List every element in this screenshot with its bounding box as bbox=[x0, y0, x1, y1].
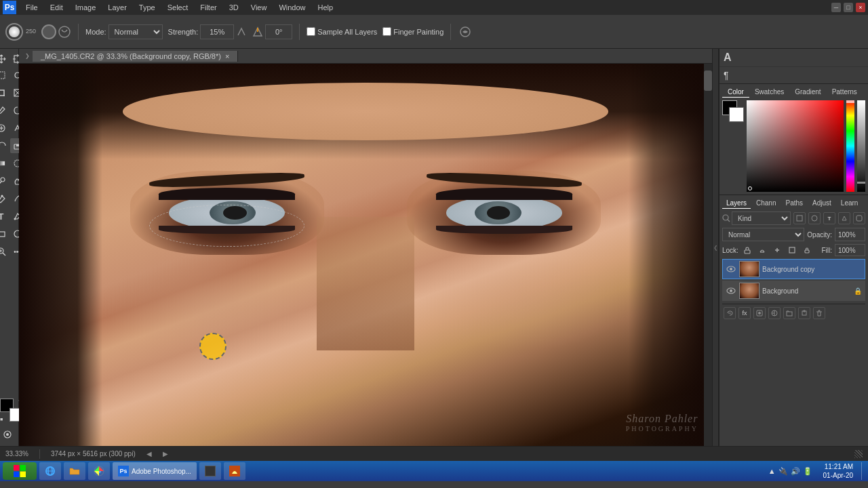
maximize-button[interactable]: □ bbox=[844, 3, 853, 12]
show-desktop-button[interactable] bbox=[861, 462, 865, 480]
panel-collapse-left[interactable]: ❯ bbox=[24, 50, 30, 62]
brush-preset-picker[interactable] bbox=[5, 23, 23, 41]
quick-mask-tool[interactable] bbox=[0, 427, 15, 442]
layer-adjust-filter[interactable] bbox=[808, 212, 821, 224]
tray-volume-icon[interactable]: 🔊 bbox=[791, 467, 800, 476]
create-group-button[interactable] bbox=[783, 307, 795, 319]
tab-patterns[interactable]: Patterns bbox=[827, 87, 863, 98]
finger-painting-checkbox[interactable] bbox=[382, 27, 391, 36]
status-arrow-right[interactable]: ▶ bbox=[163, 450, 168, 458]
paragraph-panel-icon[interactable]: ¶ bbox=[719, 67, 868, 83]
lock-transparent-pixels[interactable] bbox=[741, 244, 753, 256]
type-tool[interactable]: T bbox=[0, 209, 9, 224]
angle-input[interactable] bbox=[265, 24, 292, 39]
taskbar-clock[interactable]: 11:21 AM 01-Apr-20 bbox=[818, 462, 859, 480]
crop-tool[interactable] bbox=[0, 85, 9, 100]
panel-resize-handle[interactable]: ❮ bbox=[712, 49, 719, 446]
tray-expand-icon[interactable]: ▲ bbox=[768, 467, 776, 475]
canvas-area[interactable]: Sharon Pahler PHOTOGRAPHY bbox=[19, 64, 712, 446]
taskbar-photoshop[interactable]: Ps Adobe Photoshop... bbox=[113, 462, 197, 480]
tab-learn[interactable]: Learn bbox=[837, 198, 863, 209]
character-panel-icon[interactable]: A bbox=[719, 49, 868, 67]
menu-file[interactable]: File bbox=[20, 2, 43, 13]
menu-edit[interactable]: Edit bbox=[45, 2, 68, 13]
menu-view[interactable]: View bbox=[245, 2, 273, 13]
tab-gradient[interactable]: Gradient bbox=[789, 87, 826, 98]
taskbar-ie[interactable] bbox=[39, 462, 61, 480]
link-layers-button[interactable] bbox=[724, 307, 736, 319]
menu-image[interactable]: Image bbox=[70, 2, 102, 13]
create-layer-button[interactable] bbox=[798, 307, 810, 319]
menu-filter[interactable]: Filter bbox=[195, 2, 222, 13]
brightness-bar[interactable] bbox=[857, 100, 865, 192]
rectangular-marquee-tool[interactable] bbox=[0, 68, 9, 83]
layer-smart-filter[interactable] bbox=[853, 212, 865, 224]
menu-select[interactable]: Select bbox=[162, 2, 194, 13]
lock-position[interactable] bbox=[771, 244, 783, 256]
layer-visibility-background[interactable] bbox=[726, 285, 736, 296]
history-brush-tool[interactable] bbox=[0, 138, 9, 153]
menu-type[interactable]: Type bbox=[134, 2, 161, 13]
lock-all[interactable] bbox=[801, 244, 813, 256]
angle-icon[interactable] bbox=[252, 26, 263, 37]
minimize-button[interactable]: ─ bbox=[831, 3, 841, 12]
add-mask-button[interactable] bbox=[753, 307, 766, 319]
layer-visibility-background-copy[interactable] bbox=[726, 264, 736, 274]
status-arrow-left[interactable]: ◀ bbox=[146, 450, 152, 458]
layer-item-background[interactable]: Background 🔒 bbox=[722, 281, 865, 301]
layer-kind-select[interactable]: Kind bbox=[732, 211, 791, 225]
create-adjustment-button[interactable] bbox=[768, 307, 781, 319]
blend-mode-select[interactable]: Normal Multiply bbox=[722, 228, 804, 241]
finger-painting-label[interactable]: Finger Painting bbox=[382, 27, 443, 36]
color-saturation-box[interactable] bbox=[747, 100, 844, 192]
tab-layers[interactable]: Layers bbox=[722, 198, 751, 209]
eyedropper-tool[interactable] bbox=[0, 103, 9, 118]
resize-handle[interactable] bbox=[854, 450, 863, 458]
taskbar-explorer[interactable] bbox=[64, 462, 85, 480]
photoshop-logo[interactable]: Ps bbox=[3, 1, 16, 14]
layer-shape-filter[interactable] bbox=[838, 212, 850, 224]
start-button[interactable] bbox=[3, 462, 37, 480]
smudge-settings-icon[interactable] bbox=[458, 24, 473, 39]
fill-input[interactable] bbox=[835, 244, 865, 256]
menu-help[interactable]: Help bbox=[313, 2, 339, 13]
background-swatch[interactable] bbox=[729, 107, 744, 122]
tab-adjust[interactable]: Adjust bbox=[808, 198, 835, 209]
healing-brush-tool[interactable] bbox=[0, 121, 9, 136]
tab-swatches[interactable]: Swatches bbox=[749, 87, 789, 98]
opacity-input[interactable] bbox=[835, 228, 865, 241]
add-style-button[interactable]: fx bbox=[738, 307, 751, 319]
taskbar-app1[interactable] bbox=[199, 462, 221, 480]
taskbar-chrome[interactable] bbox=[88, 462, 110, 480]
canvas-tab[interactable]: _MG_1405.CR2 @ 33.3% (Background copy, R… bbox=[33, 51, 238, 62]
taskbar-app2[interactable] bbox=[224, 462, 245, 480]
tray-network-icon[interactable]: 🔌 bbox=[778, 467, 788, 476]
dodge-tool[interactable] bbox=[0, 174, 9, 188]
lock-artboard[interactable] bbox=[786, 244, 798, 256]
delete-layer-button[interactable] bbox=[813, 307, 825, 319]
scrollbar-thumb[interactable] bbox=[704, 70, 712, 91]
lock-image-pixels[interactable] bbox=[756, 244, 768, 256]
rectangle-shape-tool[interactable] bbox=[0, 226, 9, 241]
menu-3d[interactable]: 3D bbox=[224, 2, 244, 13]
menu-window[interactable]: Window bbox=[273, 2, 311, 13]
layer-pixel-filter[interactable] bbox=[793, 212, 806, 224]
strength-input[interactable] bbox=[200, 24, 234, 39]
sample-all-layers-label[interactable]: Sample All Layers bbox=[307, 27, 377, 36]
gradient-tool[interactable] bbox=[0, 156, 9, 171]
tab-paths[interactable]: Paths bbox=[781, 198, 807, 209]
tray-battery-icon[interactable]: 🔋 bbox=[803, 467, 812, 476]
strength-pressure-icon[interactable] bbox=[236, 26, 247, 37]
zoom-tool[interactable] bbox=[0, 244, 9, 259]
menu-layer[interactable]: Layer bbox=[102, 2, 132, 13]
sample-all-layers-checkbox[interactable] bbox=[307, 27, 315, 36]
tab-color[interactable]: Color bbox=[722, 87, 749, 98]
vertical-scrollbar[interactable] bbox=[704, 64, 712, 446]
default-colors-icon[interactable]: ■ bbox=[0, 417, 3, 422]
close-button[interactable]: × bbox=[856, 3, 865, 12]
canvas-tab-close[interactable]: × bbox=[225, 52, 229, 60]
tab-channels[interactable]: Chann bbox=[752, 198, 780, 209]
brush-tip-picker[interactable] bbox=[41, 24, 56, 39]
layer-item-background-copy[interactable]: Background copy bbox=[722, 259, 865, 279]
pen-tool[interactable] bbox=[0, 191, 9, 206]
